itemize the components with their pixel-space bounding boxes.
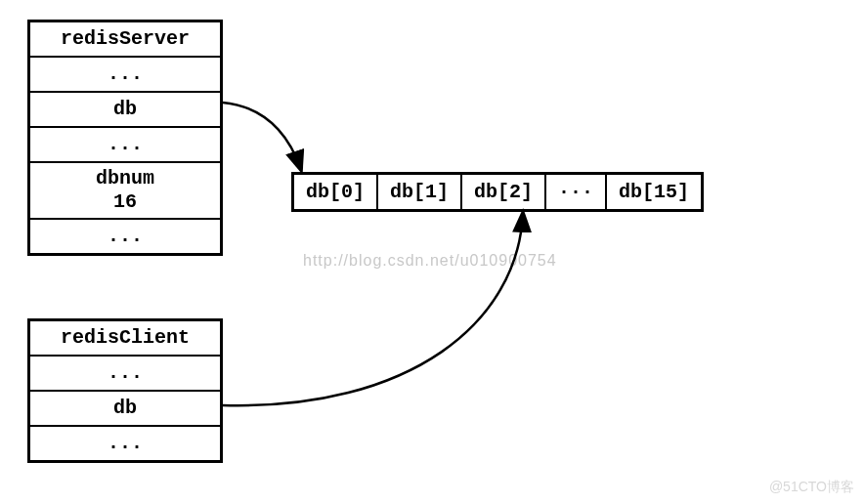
struct-title: redisClient xyxy=(30,321,220,355)
db-array: db[0] db[1] db[2] ··· db[15] xyxy=(291,172,704,212)
struct-row: ... xyxy=(30,425,220,460)
redis-server-struct: redisServer ... db ... dbnum16 ... xyxy=(27,20,223,256)
array-cell: db[15] xyxy=(605,175,701,209)
arrow-client-to-array xyxy=(223,213,523,405)
cto-watermark: @51CTO博客 xyxy=(769,479,854,496)
struct-row: ... xyxy=(30,355,220,390)
array-cell-ellipsis: ··· xyxy=(544,175,605,209)
array-cell: db[1] xyxy=(376,175,460,209)
struct-row-dbnum: dbnum16 xyxy=(30,161,220,218)
redis-client-struct: redisClient ... db ... xyxy=(27,318,223,463)
array-cell: db[2] xyxy=(460,175,544,209)
csdn-watermark: http://blog.csdn.net/u010900754 xyxy=(303,252,557,270)
struct-row-db: db xyxy=(30,390,220,425)
arrow-server-to-array xyxy=(223,103,301,170)
array-cell: db[0] xyxy=(294,175,376,209)
struct-row: ... xyxy=(30,56,220,91)
struct-row-db: db xyxy=(30,91,220,126)
struct-row: ... xyxy=(30,126,220,161)
struct-title: redisServer xyxy=(30,22,220,56)
struct-row: ... xyxy=(30,218,220,253)
